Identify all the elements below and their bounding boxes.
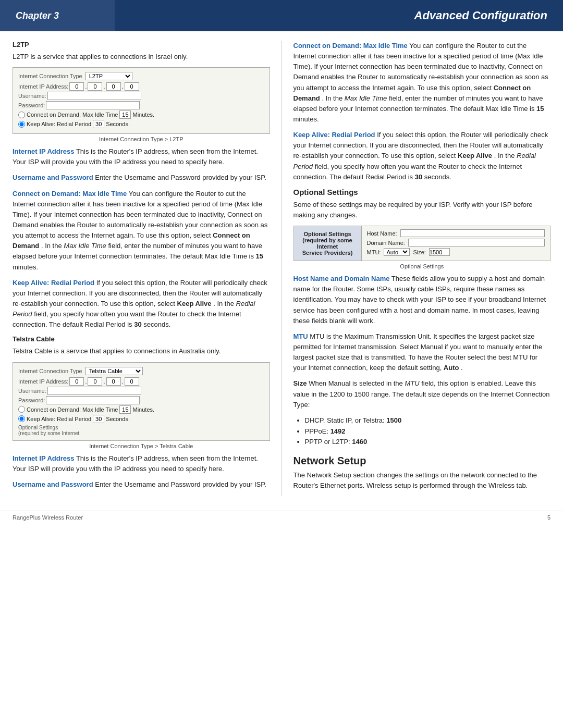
network-setup-heading: Network Setup xyxy=(293,455,551,467)
l2tp-keep-para: Keep Alive: Redial Period If you select … xyxy=(13,278,270,330)
telstra-radio2-row: Keep Alive: Redial Period Seconds. xyxy=(18,415,264,423)
l2tp-intro: L2TP is a service that applies to connec… xyxy=(13,52,270,62)
l2tp-ip-4[interactable] xyxy=(125,82,139,91)
size-input[interactable] xyxy=(429,248,450,256)
telstra-type-select[interactable]: Telstra Cable xyxy=(85,367,143,375)
l2tp-radio1[interactable] xyxy=(18,112,25,118)
mtu-term: MTU xyxy=(293,332,308,340)
l2tp-ip-inputs: . . . xyxy=(69,82,139,91)
right-keep-desc3: field, you specify how often you want th… xyxy=(293,163,522,181)
mtu-bold: Auto xyxy=(444,364,459,372)
l2tp-caption: Internet Connection Type > L2TP xyxy=(13,136,270,142)
l2tp-redial-period[interactable] xyxy=(93,120,104,128)
l2tp-username-row: Username: xyxy=(18,92,264,100)
right-keep-bold2: 30 xyxy=(415,173,422,181)
telstra-ip-3[interactable] xyxy=(106,377,121,386)
l2tp-ip-1[interactable] xyxy=(69,82,84,91)
l2tp-password-label: Password: xyxy=(18,102,45,108)
telstra-idle-unit: Minutes. xyxy=(132,406,154,413)
l2tp-type-select[interactable]: L2TP xyxy=(85,72,132,80)
l2tp-config-box: Internet Connection Type L2TP Internet I… xyxy=(13,67,270,134)
l2tp-username-desc: Enter the Username and Password provided… xyxy=(95,174,266,181)
domain-name-label: Domain Name: xyxy=(367,240,405,246)
bullet-2: PPPoE: 1492 xyxy=(305,426,551,437)
telstra-caption: Internet Connection Type > Telstra Cable xyxy=(13,443,270,449)
telstra-radio1[interactable] xyxy=(18,406,25,413)
l2tp-keep-desc4: seconds. xyxy=(143,320,170,328)
right-connect-desc4: minutes. xyxy=(293,115,319,123)
telstra-password-input[interactable] xyxy=(46,396,140,404)
telstra-intro: Telstra Cable is a service that applies … xyxy=(13,346,270,356)
telstra-username-desc: Enter the Username and Password provided… xyxy=(95,480,266,488)
l2tp-connect-bold2: 15 xyxy=(256,252,263,260)
l2tp-radio2-label: Keep Alive: Redial Period xyxy=(27,121,91,127)
telstra-ip-4[interactable] xyxy=(125,377,139,386)
telstra-username-row: Username: xyxy=(18,387,264,395)
mtu-row: MTU: Auto Manual Size: xyxy=(367,248,545,256)
chapter-label: Chapter 3 xyxy=(0,0,115,31)
bullet-3: PPTP or L2TP: 1460 xyxy=(305,437,551,448)
host-name-row: Host Name: xyxy=(367,229,545,237)
telstra-idle-time[interactable] xyxy=(119,405,131,414)
l2tp-heading: L2TP xyxy=(13,41,270,48)
l2tp-connect-italic1: Max Idle Time xyxy=(64,242,106,250)
l2tp-radio1-label: Connect on Demand: Max Idle Time xyxy=(27,112,118,118)
page-title: Advanced Configuration xyxy=(115,0,563,31)
l2tp-idle-time[interactable] xyxy=(119,110,131,119)
host-domain-term: Host Name and Domain Name xyxy=(293,275,390,282)
domain-name-input[interactable] xyxy=(408,239,545,246)
chapter-text: Chapter 3 xyxy=(16,10,59,21)
l2tp-password-input[interactable] xyxy=(46,101,140,109)
right-keep-desc2: . In the xyxy=(494,152,517,159)
host-name-input[interactable] xyxy=(400,229,545,237)
optional-settings-box: Optional Settings(required by some Inter… xyxy=(293,226,551,261)
l2tp-keep-desc3: field, you specify how often you want th… xyxy=(13,310,241,328)
l2tp-idle-unit: Minutes. xyxy=(132,112,154,118)
telstra-type-label: Internet Connection Type xyxy=(18,368,82,374)
l2tp-radio1-row: Connect on Demand: Max Idle Time Minutes… xyxy=(18,110,264,119)
footer-right: 5 xyxy=(547,514,550,521)
l2tp-username-para: Username and Password Enter the Username… xyxy=(13,172,270,183)
l2tp-ip-term: Internet IP Address xyxy=(13,147,74,155)
telstra-ip-1[interactable] xyxy=(69,377,84,386)
bullet-list: DHCP, Static IP, or Telstra: 1500 PPPoE:… xyxy=(305,415,551,448)
size-label: Size: xyxy=(413,249,425,255)
l2tp-connect-desc2: . In the xyxy=(41,242,64,250)
bullet-1: DHCP, Static IP, or Telstra: 1500 xyxy=(305,415,551,426)
l2tp-type-label: Internet Connection Type xyxy=(18,73,82,79)
right-connect-para: Connect on Demand: Max Idle Time You can… xyxy=(293,41,551,125)
telstra-password-label: Password: xyxy=(18,397,45,403)
host-name-label: Host Name: xyxy=(367,230,397,237)
mtu-desc: MTU is the Maximum Transmission Unit. It… xyxy=(293,332,543,372)
l2tp-username-input[interactable] xyxy=(47,92,141,100)
telstra-radio2[interactable] xyxy=(18,415,25,422)
l2tp-password-row: Password: xyxy=(18,101,264,109)
optional-left-label: Optional Settings(required by some Inter… xyxy=(294,226,362,261)
mtu-select[interactable]: Auto Manual xyxy=(384,248,410,256)
telstra-radio2-label: Keep Alive: Redial Period xyxy=(27,416,91,422)
l2tp-ip-3[interactable] xyxy=(106,82,121,91)
right-keep-para: Keep Alive: Redial Period If you select … xyxy=(293,130,551,182)
telstra-username-input[interactable] xyxy=(47,387,141,395)
telstra-password-row: Password: xyxy=(18,396,264,404)
l2tp-radio2[interactable] xyxy=(18,121,25,128)
optional-right-content: Host Name: Domain Name: MTU: Auto Manual… xyxy=(362,226,550,261)
telstra-username-term: Username and Password xyxy=(13,480,93,488)
telstra-ip-row: Internet IP Address: . . . xyxy=(18,377,264,386)
l2tp-ip-2[interactable] xyxy=(88,82,102,91)
left-column: L2TP L2TP is a service that applies to c… xyxy=(13,41,282,496)
title-text: Advanced Configuration xyxy=(414,9,547,22)
telstra-radio1-label: Connect on Demand: Max Idle Time xyxy=(27,406,118,413)
size-para: Size When Manual is selected in the MTU … xyxy=(293,378,551,410)
right-keep-bold1: Keep Alive xyxy=(458,152,492,159)
host-domain-para: Host Name and Domain Name These fields a… xyxy=(293,274,551,326)
l2tp-keep-bold2: 30 xyxy=(134,320,141,328)
telstra-redial-period[interactable] xyxy=(93,415,104,423)
telstra-config-box: Internet Connection Type Telstra Cable I… xyxy=(13,362,270,441)
l2tp-redial-unit: Seconds. xyxy=(106,121,130,127)
footer-left: RangePlus Wireless Router xyxy=(13,514,83,521)
right-column: Connect on Demand: Max Idle Time You can… xyxy=(282,41,551,496)
l2tp-keep-bold1: Keep Alive xyxy=(177,300,212,307)
telstra-ip-2[interactable] xyxy=(88,377,102,386)
telstra-type-row: Internet Connection Type Telstra Cable xyxy=(18,367,264,375)
